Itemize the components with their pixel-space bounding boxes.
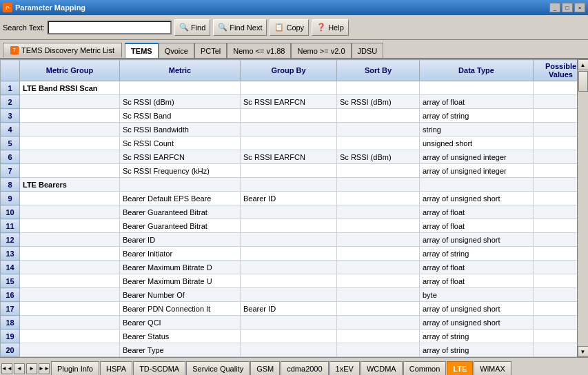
- copy-button[interactable]: 📋 Copy: [270, 19, 309, 36]
- search-label: Search Text:: [3, 23, 45, 32]
- scroll-up-button[interactable]: ▲: [578, 59, 589, 70]
- tab-strip-top: T TEMS Discovery Metric List TEMS Qvoice…: [0, 40, 588, 59]
- scrollbar[interactable]: ▲ ▼: [577, 59, 588, 357]
- tab-tems[interactable]: TEMS: [125, 43, 159, 58]
- row-number: 15: [1, 274, 20, 288]
- cell-metricGroup: [20, 150, 120, 164]
- scroll-down-button[interactable]: ▼: [578, 346, 589, 357]
- bottom-tab-service-quality[interactable]: Service Quality: [186, 361, 250, 376]
- bottom-tab-plugin-info[interactable]: Plugin Info: [51, 361, 99, 376]
- cell-metricGroup: LTE Bearers: [20, 178, 120, 192]
- scroll-thumb[interactable]: [578, 71, 588, 92]
- cell-dataType: [420, 81, 534, 95]
- find-next-button[interactable]: 🔍 Find Next: [213, 19, 267, 36]
- cell-metricGroup: [20, 247, 120, 261]
- tab-nemo-new[interactable]: Nemo >= v2.0: [291, 43, 351, 58]
- row-number: 5: [1, 136, 20, 150]
- cell-sortBy: [337, 302, 420, 316]
- help-button[interactable]: ❓ Help: [312, 19, 349, 36]
- col-header-metric-group: Metric Group: [20, 60, 120, 81]
- cell-metric: [120, 357, 241, 358]
- nav-first-button[interactable]: ◄◄: [1, 363, 12, 374]
- row-number: 4: [1, 123, 20, 136]
- bottom-tab-wcdma[interactable]: WCDMA: [361, 361, 403, 376]
- table-container[interactable]: Metric Group Metric Group By Sort By Dat…: [0, 59, 577, 357]
- row-number: 21: [1, 357, 20, 358]
- cell-metric: Sc RSSI Count: [120, 136, 241, 150]
- cell-groupBy: [241, 178, 337, 192]
- cell-groupBy: Bearer ID: [241, 302, 337, 316]
- cell-sortBy: [337, 192, 420, 205]
- cell-dataType: array of unsigned integer: [420, 150, 534, 164]
- close-button[interactable]: ×: [574, 3, 585, 12]
- cell-groupBy: [241, 136, 337, 150]
- data-table: Metric Group Metric Group By Sort By Dat…: [0, 59, 577, 357]
- source-tab[interactable]: T TEMS Discovery Metric List: [3, 43, 122, 58]
- maximize-button[interactable]: □: [562, 3, 573, 12]
- cell-groupBy: [241, 274, 337, 288]
- cell-possibleValues: [534, 95, 578, 109]
- cell-groupBy: [241, 233, 337, 247]
- copy-icon: 📋: [274, 23, 284, 32]
- row-number: 20: [1, 343, 20, 357]
- bottom-tab-1xev[interactable]: 1xEV: [330, 361, 360, 376]
- cell-possibleValues: [534, 192, 578, 205]
- row-number: 6: [1, 150, 20, 164]
- table-scroll-wrapper: Metric Group Metric Group By Sort By Dat…: [0, 59, 588, 357]
- cell-metric: Bearer QCI: [120, 316, 241, 330]
- cell-sortBy: [337, 343, 420, 357]
- help-icon: ❓: [316, 23, 326, 32]
- cell-metric: Bearer Maximum Bitrate U: [120, 274, 241, 288]
- cell-dataType: [420, 178, 534, 192]
- row-number: 10: [1, 205, 20, 219]
- bottom-tab-hspa[interactable]: HSPA: [100, 361, 132, 376]
- bottom-tab-td-scdma[interactable]: TD-SCDMA: [133, 361, 185, 376]
- tab-qvoice[interactable]: Qvoice: [159, 43, 194, 58]
- row-number: 12: [1, 233, 20, 247]
- cell-possibleValues: [534, 357, 578, 358]
- cell-dataType: array of float: [420, 274, 534, 288]
- cell-dataType: array of unsigned short: [420, 233, 534, 247]
- table-row: 18Bearer QCIarray of unsigned short: [1, 316, 578, 330]
- cell-metric: Bearer Guaranteed Bitrat: [120, 205, 241, 219]
- cell-metric: Bearer Status: [120, 330, 241, 343]
- cell-possibleValues: [534, 123, 578, 136]
- bottom-tab-gsm[interactable]: GSM: [250, 361, 280, 376]
- table-row: 8LTE Bearers: [1, 178, 578, 192]
- table-row: 5Sc RSSI Countunsigned short: [1, 136, 578, 150]
- nav-next-button[interactable]: ►: [26, 363, 37, 374]
- table-row: 10Bearer Guaranteed Bitratarray of float: [1, 205, 578, 219]
- cell-metricGroup: [20, 95, 120, 109]
- find-button[interactable]: 🔍 Find: [174, 19, 210, 36]
- window-title: Parameter Mapping: [15, 3, 85, 12]
- cell-sortBy: [337, 261, 420, 274]
- cell-groupBy: [241, 205, 337, 219]
- table-row: 21LTE Calculated Antenna C: [1, 357, 578, 358]
- row-number: 11: [1, 219, 20, 233]
- tab-nemo-old[interactable]: Nemo <= v1.88: [227, 43, 291, 58]
- cell-possibleValues: [534, 205, 578, 219]
- table-row: 9Bearer Default EPS BeareBearer IDarray …: [1, 192, 578, 205]
- tab-jdsu[interactable]: JDSU: [352, 43, 384, 58]
- cell-metric: Sc RSSI (dBm): [120, 95, 241, 109]
- cell-sortBy: [337, 316, 420, 330]
- cell-sortBy: [337, 205, 420, 219]
- source-tab-label: TEMS Discovery Metric List: [21, 46, 114, 54]
- cell-metricGroup: [20, 302, 120, 316]
- tab-pctel[interactable]: PCTel: [194, 43, 227, 58]
- search-input[interactable]: [48, 21, 172, 34]
- bottom-tab-wimax[interactable]: WiMAX: [474, 361, 511, 376]
- cell-dataType: byte: [420, 288, 534, 302]
- cell-groupBy: [241, 164, 337, 178]
- cell-sortBy: [337, 233, 420, 247]
- minimize-button[interactable]: _: [549, 3, 560, 12]
- bottom-tab-cdma2000[interactable]: cdma2000: [281, 361, 328, 376]
- bottom-tab-common[interactable]: Common: [403, 361, 447, 376]
- cell-metricGroup: [20, 205, 120, 219]
- nav-prev-button[interactable]: ◄: [14, 363, 25, 374]
- bottom-tab-lte[interactable]: LTE: [447, 361, 473, 376]
- cell-metricGroup: [20, 192, 120, 205]
- cell-metricGroup: LTE Calculated Antenna C: [20, 357, 120, 358]
- cell-possibleValues: [534, 330, 578, 343]
- nav-last-button[interactable]: ►►: [39, 363, 50, 374]
